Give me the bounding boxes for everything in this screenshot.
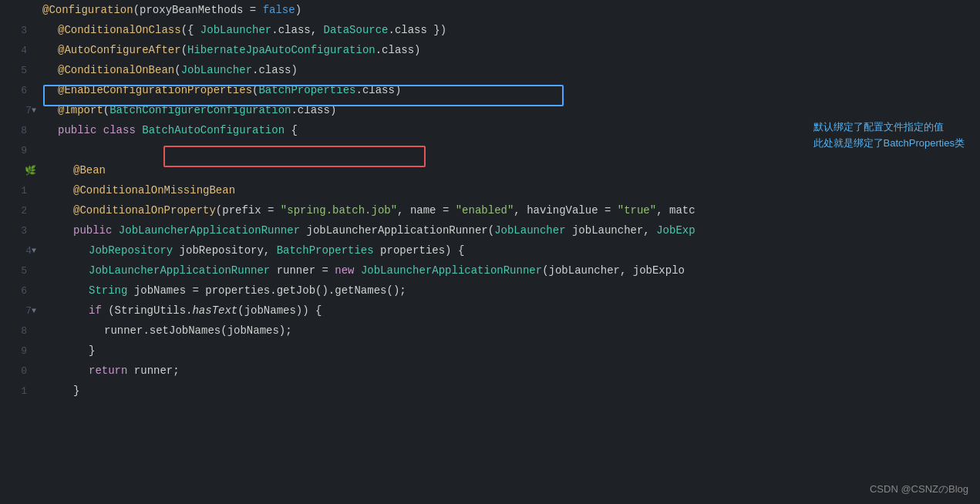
line-number: 9	[8, 345, 27, 357]
line-content: JobRepository jobRepository, BatchProper…	[42, 244, 980, 257]
code-line: 9}	[0, 341, 980, 361]
code-line: 5JobLauncherApplicationRunner runner = n…	[0, 260, 980, 281]
line-number: 1	[8, 185, 27, 197]
line-number: 9	[8, 145, 27, 156]
code-line: 8runner.setJobNames(jobNames);	[0, 321, 980, 341]
line-gutter: 6	[0, 285, 42, 297]
line-content: @Bean	[42, 164, 980, 176]
line-number: 0	[8, 365, 27, 377]
line-number: 3	[8, 225, 27, 237]
line-number: 5	[8, 265, 27, 277]
line-content: @Configuration(proxyBeanMethods = false)	[42, 4, 980, 16]
code-line: 1@ConditionalOnMissingBean	[0, 180, 980, 200]
line-gutter: 0	[0, 365, 42, 377]
line-gutter: 4▼	[0, 245, 42, 257]
line-content: JobLauncherApplicationRunner runner = ne…	[42, 264, 980, 277]
code-lines: @Configuration(proxyBeanMethods = false)…	[0, 0, 980, 401]
code-line: 6String jobNames = properties.getJob().g…	[0, 281, 980, 301]
line-gutter: 9	[0, 345, 42, 357]
watermark: CSDN @CSNZのBlog	[870, 482, 968, 496]
code-line: 🌿@Bean	[0, 160, 980, 180]
fold-icon[interactable]: ▼	[32, 247, 36, 255]
code-line: 7▼if (StringUtils.hasText(jobNames)) {	[0, 301, 980, 321]
code-line: 3@ConditionalOnClass({ JobLauncher.class…	[0, 20, 980, 40]
line-content: @ConditionalOnClass({ JobLauncher.class,…	[42, 24, 980, 36]
line-content: @ConditionalOnProperty(prefix = "spring.…	[42, 204, 980, 217]
line-gutter: 9	[0, 145, 42, 156]
line-number: 8	[8, 125, 27, 136]
line-number: 6	[8, 285, 27, 297]
line-number: 5	[8, 65, 27, 76]
line-gutter: 3	[0, 225, 42, 237]
line-number: 4	[13, 245, 32, 257]
line-gutter: 6	[0, 85, 42, 96]
line-number: 3	[8, 25, 27, 36]
code-line: 4▼JobRepository jobRepository, BatchProp…	[0, 240, 980, 260]
line-content: @ConditionalOnMissingBean	[42, 184, 980, 197]
line-gutter: 7▼	[0, 105, 42, 116]
fold-icon[interactable]: ▼	[32, 307, 36, 315]
line-content: @Import(BatchConfigurerConfiguration.cla…	[42, 104, 980, 116]
code-line: 5@ConditionalOnBean(JobLauncher.class)	[0, 60, 980, 80]
code-line: 2@ConditionalOnProperty(prefix = "spring…	[0, 200, 980, 220]
line-content: public JobLauncherApplicationRunner jobL…	[42, 224, 980, 237]
line-gutter: 3	[0, 25, 42, 36]
code-line: 6@EnableConfigurationProperties(BatchPro…	[0, 80, 980, 100]
annotation-bubble: 默认绑定了配置文件指定的值 此处就是绑定了BatchProperties类	[813, 119, 965, 152]
line-number: 2	[8, 205, 27, 217]
line-gutter: 2	[0, 205, 42, 217]
fold-icon[interactable]: ▼	[32, 106, 36, 115]
annotation-line1: 默认绑定了配置文件指定的值	[813, 119, 965, 136]
line-gutter: 7▼	[0, 305, 42, 317]
line-gutter: 5	[0, 265, 42, 277]
line-content: if (StringUtils.hasText(jobNames)) {	[42, 304, 980, 317]
code-line: 0return runner;	[0, 361, 980, 381]
line-gutter: 1	[0, 185, 42, 197]
bean-icon: 🌿	[25, 165, 36, 176]
line-gutter: 8	[0, 325, 42, 337]
line-content: return runner;	[42, 365, 980, 377]
line-content: @AutoConfigureAfter(HibernateJpaAutoConf…	[42, 44, 980, 56]
line-gutter: 4	[0, 45, 42, 56]
code-line: 3public JobLauncherApplicationRunner job…	[0, 220, 980, 240]
annotation-line2: 此处就是绑定了BatchProperties类	[813, 136, 965, 152]
line-content: @EnableConfigurationProperties(BatchProp…	[42, 84, 980, 96]
line-number: 7	[13, 305, 32, 317]
line-number: 1	[8, 385, 27, 397]
line-gutter: 1	[0, 385, 42, 397]
line-number: 8	[8, 325, 27, 337]
code-line: 1}	[0, 381, 980, 401]
code-line: @Configuration(proxyBeanMethods = false)	[0, 0, 980, 20]
code-line: 7▼@Import(BatchConfigurerConfiguration.c…	[0, 100, 980, 120]
line-content: }	[42, 344, 980, 357]
line-content: String jobNames = properties.getJob().ge…	[42, 284, 980, 297]
line-gutter: 🌿	[0, 165, 42, 176]
line-gutter: 8	[0, 125, 42, 136]
line-content: }	[42, 385, 980, 397]
line-content: @ConditionalOnBean(JobLauncher.class)	[42, 64, 980, 76]
line-gutter: 5	[0, 65, 42, 76]
line-content: runner.setJobNames(jobNames);	[42, 324, 980, 337]
code-line: 4@AutoConfigureAfter(HibernateJpaAutoCon…	[0, 40, 980, 60]
line-number: 4	[8, 45, 27, 56]
line-number: 6	[8, 85, 27, 96]
line-number: 7	[13, 105, 32, 116]
code-container: @Configuration(proxyBeanMethods = false)…	[0, 0, 980, 504]
